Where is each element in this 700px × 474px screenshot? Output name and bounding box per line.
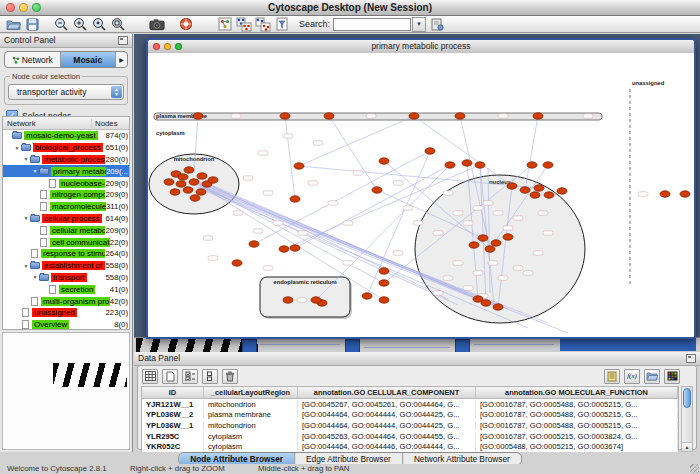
table-row[interactable]: YPL036W__2plasma membrane[GO:0044464, GO… <box>142 410 678 421</box>
tree-row[interactable]: Overview8(0) <box>3 319 129 330</box>
network-node[interactable] <box>164 179 174 185</box>
network-node[interactable] <box>379 158 389 164</box>
network-node[interactable] <box>197 173 207 179</box>
network-node[interactable] <box>557 188 567 194</box>
formula-builder-icon[interactable]: f(x) <box>624 369 640 384</box>
network-node[interactable] <box>190 195 200 201</box>
network-node[interactable] <box>372 187 382 193</box>
snapshot-camera-icon[interactable] <box>149 17 165 32</box>
background-window-fragment[interactable] <box>242 339 257 352</box>
filter-icon[interactable] <box>274 17 290 32</box>
tree-row[interactable]: secretion41(0) <box>3 283 129 295</box>
zoom-out-icon[interactable] <box>53 17 69 32</box>
network-node[interactable] <box>232 260 242 266</box>
network-node[interactable] <box>485 246 495 252</box>
merge-networks-icon[interactable] <box>236 17 252 32</box>
node-attribute-table[interactable]: ID_cellularLayoutRegionannotation.GO CEL… <box>141 386 679 462</box>
more-tabs-arrow-icon[interactable]: ▶ <box>116 52 127 67</box>
network-window[interactable]: primary metabolic process plasma membran… <box>146 38 696 339</box>
tab-mosaic[interactable]: Mosaic <box>61 52 117 67</box>
zoom-in-icon[interactable] <box>72 17 88 32</box>
search-dropdown-arrow-icon[interactable]: ▼ <box>412 17 426 32</box>
tree-expander-icon[interactable]: ▼ <box>22 215 30 221</box>
network-node[interactable] <box>178 174 188 180</box>
network-node[interactable] <box>311 297 321 303</box>
table-row[interactable]: YKR052Ccytoplasm[GO:0044464, GO:0044446,… <box>142 441 678 452</box>
zoom-fit-icon[interactable] <box>110 17 126 32</box>
tree-row[interactable]: cell communicat22(0) <box>3 236 129 248</box>
column-header[interactable]: ID <box>142 387 204 398</box>
network-window-titlebar[interactable]: primary metabolic process <box>148 40 694 54</box>
network-node[interactable] <box>193 113 203 119</box>
help-icon[interactable] <box>178 17 194 32</box>
network-node[interactable] <box>493 304 503 310</box>
network-node[interactable] <box>290 196 300 202</box>
network-node[interactable] <box>196 189 206 195</box>
open-icon[interactable] <box>5 17 21 32</box>
network-node[interactable] <box>660 191 670 197</box>
network-node[interactable] <box>445 162 455 168</box>
tree-row[interactable]: response to stimulu264(0) <box>3 248 129 260</box>
tree-expander-icon[interactable]: ▼ <box>22 156 30 162</box>
search-config-icon[interactable] <box>429 17 445 32</box>
search-input[interactable] <box>333 18 411 31</box>
tree-row[interactable]: ▼transport558(0) <box>3 272 129 284</box>
vizmapper-icon[interactable] <box>217 17 233 32</box>
network-node[interactable] <box>491 240 501 246</box>
tree-row[interactable]: ▼establishment of lo558(0) <box>3 260 129 272</box>
tree-row[interactable]: ▼biological_process651(0) <box>3 142 129 154</box>
tree-row[interactable]: mosaic-demo-yeast874(0) <box>3 130 129 142</box>
tab-network[interactable]: Network <box>5 52 61 67</box>
tree-row[interactable]: ▼cellular process614(0) <box>3 213 129 225</box>
import-attributes-icon[interactable] <box>644 369 660 384</box>
annotation-icon[interactable] <box>604 369 620 384</box>
network-node[interactable] <box>183 187 193 193</box>
unselect-attributes-icon[interactable] <box>202 369 218 384</box>
tree-row[interactable]: cellular metabo209(0) <box>3 224 129 236</box>
tree-expander-icon[interactable]: ▼ <box>13 145 21 151</box>
new-attribute-icon[interactable] <box>162 369 178 384</box>
tree-row[interactable]: ▼primary metabo209(... <box>3 165 129 177</box>
node-color-dropdown[interactable]: transporter activity ▲▼ <box>8 84 124 100</box>
zoom-selected-icon[interactable] <box>91 17 107 32</box>
table-row[interactable]: YLR295Ccytoplasm[GO:0045263, GO:0044464,… <box>142 431 678 442</box>
network-node[interactable] <box>475 162 485 168</box>
network-node[interactable] <box>425 148 435 154</box>
delete-attribute-icon[interactable] <box>222 369 238 384</box>
network-node[interactable] <box>533 113 543 119</box>
network-node[interactable] <box>379 268 389 274</box>
tree-expander-icon[interactable]: ▼ <box>31 168 39 174</box>
network-node[interactable] <box>290 245 300 251</box>
network-node[interactable] <box>527 162 537 168</box>
float-panel-icon[interactable] <box>118 36 128 45</box>
network-node[interactable] <box>379 297 389 303</box>
table-row[interactable]: YJR121W__1mitochondrion[GO:0045267, GO:0… <box>142 399 678 410</box>
network-node[interactable] <box>208 177 218 183</box>
birds-eye-view[interactable] <box>2 332 130 450</box>
resize-grip[interactable] <box>690 464 699 473</box>
network-canvas[interactable]: plasma membranecytoplasmmitochondrionnuc… <box>148 53 694 337</box>
network-node[interactable] <box>279 246 289 252</box>
network-node[interactable] <box>543 162 553 168</box>
tree-row[interactable]: macromolecule311(0) <box>3 201 129 213</box>
tree-expander-icon[interactable]: ▼ <box>31 274 39 280</box>
background-window-fragment[interactable] <box>560 339 696 351</box>
table-scrollbar[interactable]: ▲ ▼ <box>681 386 693 462</box>
network-node[interactable] <box>530 192 540 198</box>
network-node[interactable] <box>473 296 483 302</box>
background-window-fragment[interactable] <box>455 339 470 352</box>
network-node[interactable] <box>462 160 472 166</box>
tree-row[interactable]: ▼metabolic process280(0) <box>3 154 129 166</box>
network-node[interactable] <box>520 187 530 193</box>
network-node[interactable] <box>503 234 513 240</box>
background-window-fragment[interactable] <box>345 339 360 352</box>
tree-row[interactable]: nucleobase-c209(0) <box>3 177 129 189</box>
select-attributes-icon[interactable] <box>182 369 198 384</box>
network-node[interactable] <box>478 235 488 241</box>
network-node[interactable] <box>324 113 334 119</box>
network-node[interactable] <box>469 242 479 248</box>
network-node[interactable] <box>170 189 180 195</box>
column-header[interactable]: annotation.GO MOLECULAR_FUNCTION <box>476 387 678 398</box>
network-node[interactable] <box>680 191 690 197</box>
scrollbar-thumb[interactable] <box>683 388 691 408</box>
